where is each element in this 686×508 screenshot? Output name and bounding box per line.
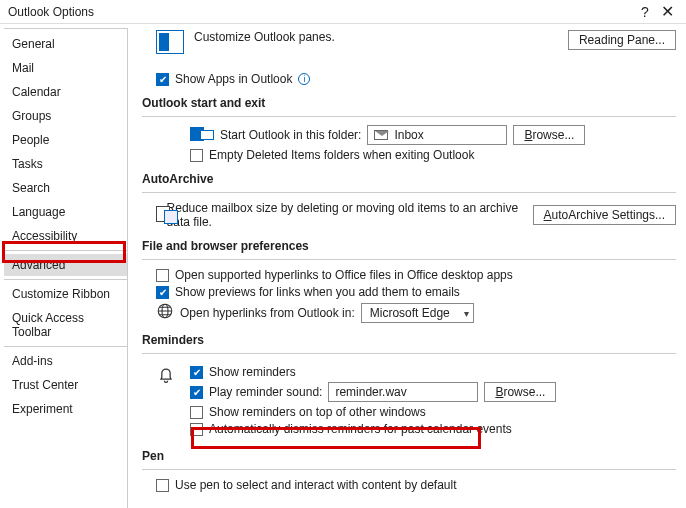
browser-combo[interactable]: Microsoft Edge <box>361 303 474 323</box>
empty-deleted-checkbox[interactable] <box>190 149 203 162</box>
section-reminders: Reminders <box>142 333 676 347</box>
browse-start-folder-button[interactable]: Browse... <box>513 125 585 145</box>
show-previews-checkbox[interactable] <box>156 286 169 299</box>
reading-pane-button[interactable]: Reading Pane... <box>568 30 676 50</box>
play-sound-label: Play reminder sound: <box>209 385 322 399</box>
browse-sound-button[interactable]: Browse... <box>484 382 556 402</box>
use-pen-label: Use pen to select and interact with cont… <box>175 478 457 492</box>
auto-dismiss-checkbox[interactable] <box>190 423 203 436</box>
sidebar-item-addins[interactable]: Add-ins <box>4 350 127 372</box>
auto-dismiss-label: Automatically dismiss reminders for past… <box>209 422 512 436</box>
section-autoarchive: AutoArchive <box>142 172 676 186</box>
info-icon[interactable] <box>298 73 310 85</box>
globe-icon <box>156 302 174 323</box>
panes-icon <box>156 30 184 54</box>
show-previews-label: Show previews for links when you add the… <box>175 285 460 299</box>
close-button[interactable]: ✕ <box>656 2 678 21</box>
reminders-on-top-label: Show reminders on top of other windows <box>209 405 426 419</box>
archive-icon <box>156 204 161 226</box>
window-title: Outlook Options <box>8 5 94 19</box>
sidebar-item-mail[interactable]: Mail <box>4 57 127 79</box>
reminders-on-top-checkbox[interactable] <box>190 406 203 419</box>
bell-icon <box>156 362 176 439</box>
start-folder-field[interactable]: Inbox <box>367 125 507 145</box>
show-reminders-label: Show reminders <box>209 365 296 379</box>
sidebar-item-general[interactable]: General <box>4 33 127 55</box>
sidebar-item-accessibility[interactable]: Accessibility <box>4 225 127 247</box>
empty-deleted-label: Empty Deleted Items folders when exiting… <box>209 148 474 162</box>
sidebar-item-people[interactable]: People <box>4 129 127 151</box>
open-office-label: Open supported hyperlinks to Office file… <box>175 268 513 282</box>
titlebar: Outlook Options ? ✕ <box>0 0 686 24</box>
show-apps-checkbox[interactable] <box>156 73 169 86</box>
sidebar-item-customize-ribbon[interactable]: Customize Ribbon <box>4 283 127 305</box>
sidebar-item-language[interactable]: Language <box>4 201 127 223</box>
play-sound-checkbox[interactable] <box>190 386 203 399</box>
show-reminders-checkbox[interactable] <box>190 366 203 379</box>
show-apps-label: Show Apps in Outlook <box>175 72 292 86</box>
sidebar-item-calendar[interactable]: Calendar <box>4 81 127 103</box>
section-start-exit: Outlook start and exit <box>142 96 676 110</box>
section-pen: Pen <box>142 449 676 463</box>
inbox-icon <box>374 130 388 140</box>
open-links-label: Open hyperlinks from Outlook in: <box>180 306 355 320</box>
autoarchive-desc: Reduce mailbox size by deleting or movin… <box>167 201 527 229</box>
autoarchive-settings-button[interactable]: AutoArchive Settings... <box>533 205 676 225</box>
customize-panes-label: Customize Outlook panes. <box>194 30 335 44</box>
open-office-checkbox[interactable] <box>156 269 169 282</box>
sidebar-item-groups[interactable]: Groups <box>4 105 127 127</box>
outlook-start-icon <box>190 125 214 145</box>
sidebar-item-tasks[interactable]: Tasks <box>4 153 127 175</box>
sidebar-item-experiment[interactable]: Experiment <box>4 398 127 420</box>
help-button[interactable]: ? <box>634 4 656 20</box>
sidebar-item-advanced[interactable]: Advanced <box>4 254 127 276</box>
sidebar-item-search[interactable]: Search <box>4 177 127 199</box>
sound-field[interactable]: reminder.wav <box>328 382 478 402</box>
sidebar: General Mail Calendar Groups People Task… <box>4 28 128 508</box>
sidebar-item-qat[interactable]: Quick Access Toolbar <box>4 307 127 343</box>
section-file-browser: File and browser preferences <box>142 239 676 253</box>
sidebar-item-trust-center[interactable]: Trust Center <box>4 374 127 396</box>
start-folder-label: Start Outlook in this folder: <box>220 128 361 142</box>
use-pen-checkbox[interactable] <box>156 479 169 492</box>
content-pane: Customize Outlook panes. Reading Pane...… <box>128 24 686 508</box>
